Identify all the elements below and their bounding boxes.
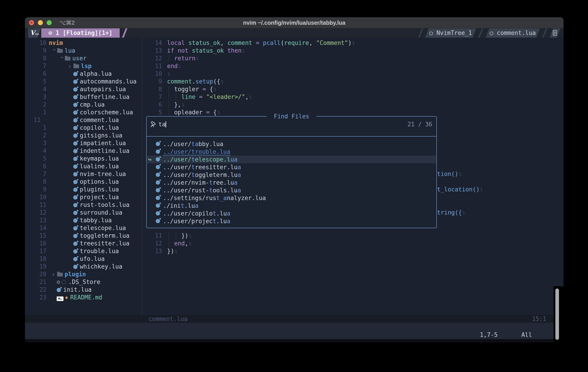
- file-label: lualine.lua: [80, 163, 119, 170]
- tab-separator: [478, 28, 483, 38]
- path-segment: t: [209, 179, 213, 186]
- tree-row-body: telescope.lua: [73, 224, 126, 232]
- tab-separator: [542, 28, 547, 38]
- lua-file-icon: [73, 141, 77, 146]
- code-segment: [195, 93, 199, 100]
- path-segment: ree.lu: [213, 179, 234, 186]
- tree-row[interactable]: 21⚙.DS_Store: [25, 278, 142, 286]
- file-label: surround.lua: [80, 209, 122, 216]
- code-segment: ↴: [220, 78, 224, 85]
- line-number: 14: [30, 224, 46, 232]
- path-segment: ../user/trouble.lua: [163, 148, 230, 155]
- path-segment: a: [195, 202, 199, 209]
- tree-row-body: keymaps.lua: [73, 155, 119, 162]
- code-segment: [199, 86, 203, 93]
- result-path: ../user/nvim-tree.lua: [163, 179, 238, 186]
- line-number: 6: [143, 101, 162, 109]
- tree-row[interactable]: 11comment.lua: [25, 116, 142, 124]
- code-segment: comment: [167, 78, 192, 85]
- main-content: 10nvim9›lua8›user7›lsp6alpha.lua5autocom…: [25, 38, 564, 315]
- tree-row[interactable]: 5keymaps.lua: [25, 155, 142, 162]
- line-number: 18: [30, 255, 46, 263]
- result-item[interactable]: ↪../user/telescope.lua: [147, 156, 436, 163]
- tree-row[interactable]: 9plugins.lua: [25, 186, 142, 193]
- tab-active-floating[interactable]: ⊙ 1 [Floating][1+]: [41, 28, 120, 38]
- code-segment: then: [227, 47, 242, 54]
- tree-row[interactable]: 19whichkey.lua: [25, 263, 142, 270]
- result-path: ../user/tabby.lua: [163, 140, 223, 148]
- code-segment: {: [206, 86, 213, 93]
- tree-row[interactable]: 7nvim-tree.lua: [25, 170, 142, 178]
- file-label: keymaps.lua: [80, 155, 119, 162]
- result-item[interactable]: ../user/toggleterm.lua: [147, 171, 436, 179]
- line-number: 5: [143, 109, 162, 116]
- result-item[interactable]: ../user/rust-tools.lua: [147, 186, 436, 194]
- result-item[interactable]: ../user/tabby.lua: [147, 140, 436, 148]
- tree-row[interactable]: 18ufo.lua: [25, 255, 142, 263]
- tree-row[interactable]: 23M↓README.md: [25, 294, 142, 301]
- buffer-list-button[interactable]: [549, 28, 560, 38]
- scrollbar-thumb[interactable]: [555, 288, 559, 340]
- tree-row[interactable]: 6lualine.lua: [25, 162, 142, 170]
- tree-row[interactable]: 8options.lua: [25, 178, 142, 186]
- result-path: ./init.lua: [163, 202, 199, 210]
- tabline: Vim ⊙ 1 [Floating][1+] ○ NvimTree_1 ○ co…: [25, 28, 564, 38]
- tab-nvimtree[interactable]: ○ NvimTree_1: [425, 28, 476, 38]
- lua-file-icon: [73, 157, 77, 161]
- tree-row[interactable]: 12surround.lua: [25, 209, 142, 216]
- titlebar: ⌥⌘2 nvim ~/.config/nvim/lua/user/tabby.l…: [25, 17, 564, 28]
- code-line: 12│ end,↴: [25, 240, 564, 247]
- code-segment: │: [167, 86, 174, 93]
- code-segment: │: [174, 232, 181, 239]
- ruler-position: 1,7-5: [480, 331, 498, 339]
- tree-row[interactable]: 10project.lua: [25, 193, 142, 201]
- tree-row[interactable]: 13tabby.lua: [25, 216, 142, 224]
- result-item[interactable]: ../user/project.lua: [147, 217, 436, 225]
- tree-row[interactable]: 11rust-tools.lua: [25, 201, 142, 209]
- eol-marker: ↴: [462, 209, 466, 216]
- lua-file-icon: [73, 219, 77, 223]
- statusline: comment.lua 15:1: [25, 315, 564, 323]
- code-segment: │: [167, 232, 174, 239]
- path-segment: ../user/: [163, 156, 191, 163]
- tree-row[interactable]: 3impatient.lua: [25, 139, 142, 147]
- result-path: ../user/copilot.lua: [163, 210, 230, 217]
- code-segment: return: [174, 55, 195, 62]
- code-text: │ end,↴: [167, 240, 192, 247]
- line-number: 4: [30, 147, 46, 155]
- code-segment: [203, 93, 206, 100]
- tree-row[interactable]: 14telescope.lua: [25, 224, 142, 232]
- code-segment: comment: [227, 39, 252, 46]
- code-line: 11end↴: [25, 62, 564, 70]
- file-label: gitsigns.lua: [80, 132, 122, 139]
- path-segment: elescope.l: [195, 156, 231, 163]
- path-segment: t: [213, 210, 216, 217]
- tree-row-body: options.lua: [73, 178, 119, 186]
- tab-comment-lua[interactable]: ○ comment.lua: [485, 28, 540, 38]
- line-number: 1: [30, 124, 46, 131]
- code-segment: ({: [213, 78, 220, 85]
- result-item[interactable]: ../user/treesitter.lua: [147, 163, 436, 171]
- result-item[interactable]: ../user/copilot.lua: [147, 210, 436, 217]
- tree-row-body: comment.lua: [73, 116, 119, 124]
- path-segment: ../user/projec: [163, 218, 213, 225]
- line-number: 22: [30, 286, 46, 294]
- result-item[interactable]: ../user/nvim-tree.lua: [147, 179, 436, 186]
- tree-row[interactable]: 2gitsigns.lua: [25, 131, 142, 139]
- code-line: 8│ toggler = {↴: [25, 85, 564, 93]
- tree-row[interactable]: 22init.lua: [25, 286, 142, 294]
- lua-file-icon: [73, 118, 77, 122]
- tree-row[interactable]: 4indentline.lua: [25, 147, 142, 155]
- path-segment: a: [227, 218, 231, 225]
- result-item[interactable]: ../user/trouble.lua: [147, 148, 436, 156]
- result-item[interactable]: ../settings/rust_analyzer.lua: [147, 194, 436, 202]
- code-segment: "<leader>/": [206, 93, 245, 100]
- tree-row-body: ufo.lua: [73, 255, 105, 263]
- tree-row[interactable]: 1copilot.lua: [25, 124, 142, 131]
- ruler-scroll: All: [521, 331, 532, 339]
- tree-row-body: plugins.lua: [73, 186, 119, 193]
- tree-row[interactable]: 20›plugin: [25, 270, 142, 278]
- result-item[interactable]: ./init.lua: [147, 202, 436, 210]
- line-number: 7: [143, 93, 162, 101]
- code-segment: ↴: [178, 63, 181, 69]
